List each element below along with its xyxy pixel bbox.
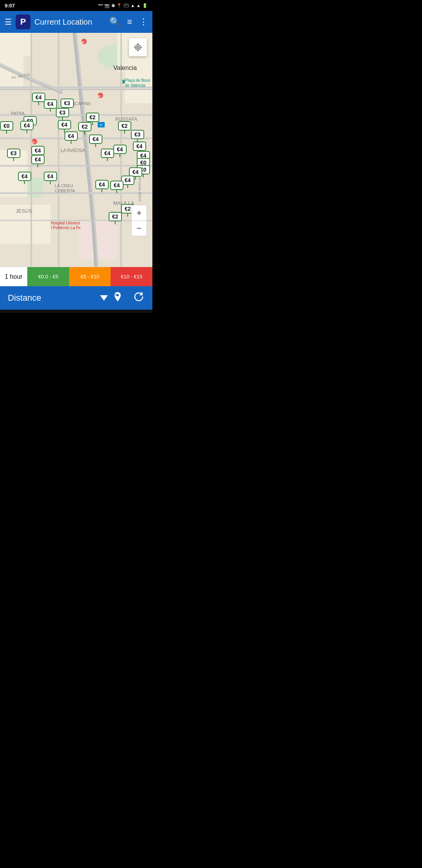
wifi-icon: ▲ <box>131 3 135 8</box>
price-marker[interactable]: €4 <box>110 181 123 190</box>
bottom-nav: Distance P <box>0 286 152 310</box>
svg-text:m: m <box>81 40 84 44</box>
header-actions: 🔍 ≡ ⋮ <box>109 17 148 27</box>
header-title: Current Location <box>34 18 106 27</box>
price-marker[interactable]: €4 <box>32 93 45 102</box>
price-marker[interactable]: €2 <box>86 113 99 122</box>
vibrate-icon: 📳 <box>123 3 129 8</box>
svg-text:Plaça de Bous: Plaça de Bous <box>125 78 150 82</box>
svg-text:P: P <box>115 293 118 297</box>
svg-rect-3 <box>0 33 31 56</box>
time-filter[interactable]: 1 hour <box>0 267 27 286</box>
screenshot-icon: 📷 <box>104 3 110 8</box>
zoom-out-button[interactable]: − <box>131 221 147 236</box>
price-marker[interactable]: €4 <box>20 121 34 130</box>
price-marker[interactable]: €2 <box>118 121 131 131</box>
bottom-nav-icons: P <box>112 291 145 305</box>
price-marker[interactable]: €4 <box>31 155 45 164</box>
sort-arrow-icon <box>100 295 108 301</box>
price-marker[interactable]: €3 <box>61 99 74 108</box>
datasaver-icon: ⊛ <box>111 3 115 8</box>
svg-text:m: m <box>97 94 100 98</box>
price-marker[interactable]: €2 <box>78 122 91 131</box>
price-marker[interactable]: €4 <box>31 146 45 155</box>
price-marker[interactable]: €4 <box>44 172 57 181</box>
price-marker[interactable]: €4 <box>95 180 109 189</box>
svg-text:PATRA: PATRA <box>11 111 25 116</box>
location-icon: 📍 <box>116 3 122 8</box>
svg-text:P: P <box>100 123 102 127</box>
hamburger-icon[interactable]: ☰ <box>5 17 12 27</box>
price-marker[interactable]: €4 <box>44 99 57 109</box>
refresh-icon[interactable] <box>133 291 145 305</box>
sort-label[interactable]: Distance <box>8 293 93 303</box>
price-marker[interactable]: €0 <box>0 121 13 131</box>
price-range-low[interactable]: €0.0 - €5 <box>27 267 69 286</box>
price-marker[interactable]: €4 <box>133 142 146 151</box>
price-range-mid[interactable]: €5 - €10 <box>69 267 111 286</box>
price-marker[interactable]: €4 <box>18 172 31 181</box>
svg-text:COBERTA: COBERTA <box>55 188 75 193</box>
signal-icon: ▲ <box>136 3 141 8</box>
search-icon[interactable]: 🔍 <box>109 17 120 27</box>
svg-text:i Politècnic La Fe: i Politècnic La Fe <box>51 226 81 230</box>
more-icon[interactable]: ⋮ <box>139 17 148 27</box>
zoom-controls: + − <box>131 205 147 236</box>
price-marker[interactable]: €4 <box>58 120 71 129</box>
location-button[interactable] <box>129 38 147 56</box>
svg-text:Hospital Universi: Hospital Universi <box>51 221 80 225</box>
time: 9:07 <box>5 3 15 9</box>
wireless-icon: 〰 <box>98 3 103 8</box>
price-marker[interactable]: €4 <box>113 145 127 154</box>
price-marker[interactable]: €3 <box>131 130 144 139</box>
svg-point-46 <box>135 45 141 50</box>
price-marker[interactable]: €4 <box>101 149 114 158</box>
app-header: ☰ P Current Location 🔍 ≡ ⋮ <box>0 11 152 33</box>
price-marker[interactable]: €3 <box>56 108 69 117</box>
list-icon[interactable]: ≡ <box>127 17 132 27</box>
price-marker[interactable]: €3 <box>7 149 20 158</box>
price-marker[interactable]: €2 <box>109 212 122 221</box>
svg-text:m: m <box>31 140 34 144</box>
price-marker[interactable]: €4 <box>64 131 78 141</box>
app-logo: P <box>16 14 30 29</box>
svg-text:d'Ausias March: d'Ausias March <box>138 178 142 201</box>
battery-icon: 🔋 <box>142 3 148 8</box>
status-bar: 9:07 〰 📷 ⊛ 📍 📳 ▲ ▲ 🔋 <box>0 0 152 11</box>
map-view[interactable]: m m m P Valencia ♜ Plaça de Bous de Valè… <box>0 33 152 267</box>
price-range-high[interactable]: €10 - €15 <box>111 267 152 286</box>
svg-text:LA CREU: LA CREU <box>55 183 73 188</box>
price-marker[interactable]: €4 <box>89 135 102 144</box>
zoom-in-button[interactable]: + <box>131 205 147 221</box>
svg-text:Valencia: Valencia <box>113 65 137 71</box>
system-nav-bar: < <box>0 310 152 313</box>
svg-point-45 <box>137 46 139 48</box>
map-pin-icon[interactable]: P <box>112 291 123 305</box>
svg-text:LA RAÏOSA: LA RAÏOSA <box>61 148 85 153</box>
svg-text:JESÚS: JESÚS <box>16 208 32 214</box>
svg-text:de València: de València <box>125 83 145 88</box>
legend-bar: 1 hour €0.0 - €5 €5 - €10 €10 - €15 <box>0 267 152 286</box>
